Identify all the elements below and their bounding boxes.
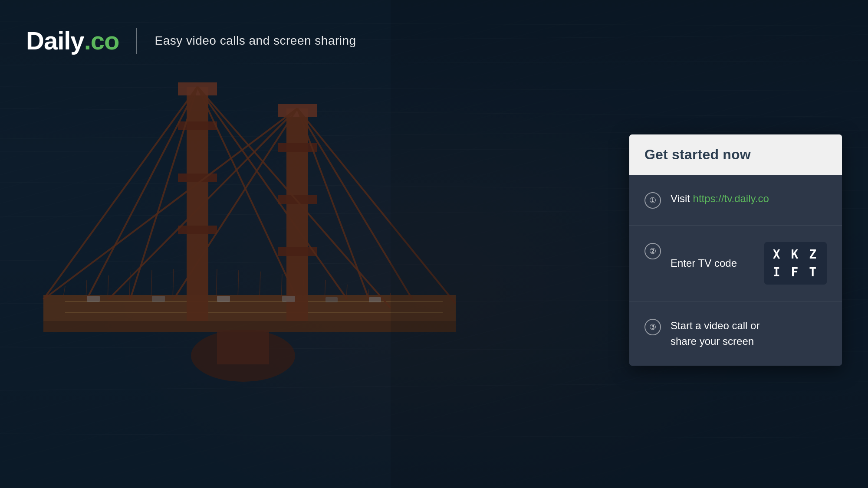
tv-code-box: X K Z I F T — [764, 242, 827, 285]
step-2: ② Enter TV code X K Z I F T — [629, 226, 842, 301]
panel-body: ① Visit https://tv.daily.co ② Enter TV c… — [629, 175, 842, 366]
step-3-content: Start a video call orshare your screen — [671, 318, 827, 349]
step-2-number: ② — [644, 243, 661, 259]
background: Daily .co Easy video calls and screen sh… — [0, 0, 868, 488]
header-divider — [136, 28, 137, 54]
step-3-label: Start a video call orshare your screen — [671, 320, 760, 347]
step-3: ③ Start a video call orshare your screen — [629, 301, 842, 366]
step-1-link[interactable]: https://tv.daily.co — [693, 193, 769, 204]
tagline: Easy video calls and screen sharing — [155, 34, 356, 48]
step-1-number: ① — [644, 192, 661, 209]
logo-tld: .co — [84, 26, 119, 55]
tv-code-row-2: I F T — [773, 265, 818, 279]
step-1-content: Visit https://tv.daily.co — [671, 191, 827, 206]
logo: Daily .co — [26, 26, 119, 55]
step-3-number: ③ — [644, 319, 661, 335]
panel-title: Get started now — [644, 147, 751, 162]
info-panel: Get started now ① Visit https://tv.daily… — [629, 134, 842, 366]
code-row-1: X K Z — [773, 247, 818, 262]
step-2-label: Enter TV code — [671, 256, 737, 271]
tv-code-row-1: X K Z — [773, 247, 818, 262]
step-2-content: Enter TV code X K Z I F T — [671, 242, 827, 285]
header: Daily .co Easy video calls and screen sh… — [26, 26, 356, 55]
step-1: ① Visit https://tv.daily.co — [629, 175, 842, 226]
panel-header: Get started now — [629, 134, 842, 175]
step-1-label: Visit — [671, 193, 693, 204]
code-row-2: I F T — [773, 265, 818, 279]
logo-brand: Daily — [26, 26, 84, 55]
